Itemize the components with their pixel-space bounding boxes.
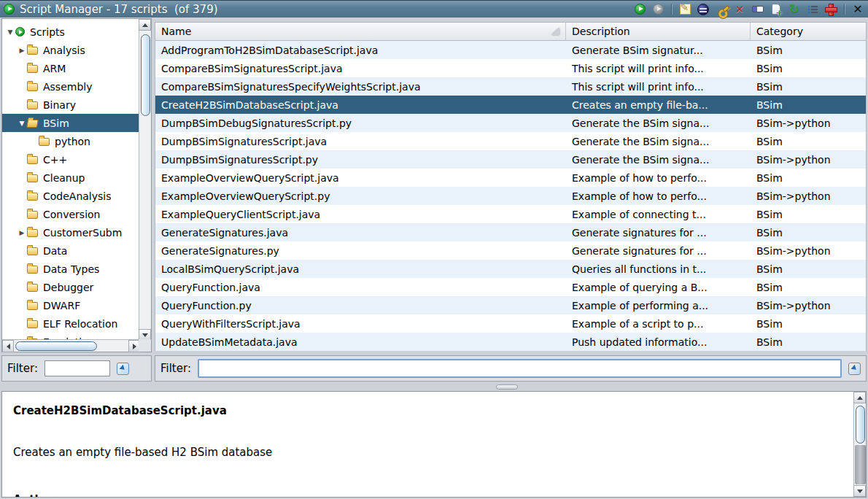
window-title: Script Manager - 17 scripts (of 379)	[20, 3, 218, 16]
column-header-name[interactable]: Name	[155, 23, 566, 40]
script-name-cell: QueryFunction.py	[155, 300, 566, 312]
toolbar-button-run-script[interactable]	[633, 3, 646, 16]
table-row[interactable]: CreateH2BSimDatabaseScript.javaCreates a…	[155, 96, 866, 114]
tree-item-label: Analysis	[38, 45, 85, 56]
table-row[interactable]: AddProgramToH2BSimDatabaseScript.javaGen…	[155, 41, 866, 59]
folder-icon	[27, 65, 38, 73]
tree-item-label: python	[50, 136, 90, 147]
toolbar-button-edit-in-eclipse[interactable]	[697, 3, 710, 16]
table-row[interactable]: DumpBSimSignaturesScript.pyGenerate the …	[155, 150, 866, 169]
tree-item-data-types[interactable]: Data Types	[2, 260, 139, 278]
tree-item-elf-relocation[interactable]: ELF Relocation	[2, 314, 139, 333]
scroll-down-button[interactable]	[853, 485, 866, 497]
folder-icon	[27, 320, 38, 328]
script-category-tree-panel: ▼Scripts▶AnalysisARMAssemblyBinary▼BSimp…	[1, 18, 152, 352]
tree-item-c[interactable]: C++	[2, 150, 139, 169]
splitter-handle[interactable]	[496, 384, 518, 390]
table-row[interactable]: LocalBSimQueryScript.javaQueries all fun…	[155, 260, 866, 278]
toolbar-button-assign-key-binding[interactable]	[715, 3, 728, 16]
collapse-arrow-icon[interactable]: ▼	[5, 28, 15, 36]
table-filter-bar: Filter:	[155, 355, 867, 382]
table-row[interactable]: DumpBSimDebugSignaturesScript.pyGenerate…	[155, 114, 866, 132]
description-vertical-scrollbar[interactable]	[853, 392, 866, 497]
table-row[interactable]: GenerateSignatures.javaGenerate signatur…	[155, 223, 866, 241]
script-name-cell: CompareBSimSignaturesSpecifyWeightsScrip…	[155, 81, 566, 93]
table-row[interactable]: UpdateBSimMetadata.javaPush updated info…	[155, 333, 866, 351]
tree-vertical-scrollbar[interactable]	[139, 19, 151, 341]
script-description-cell: Example of querying a B...	[566, 282, 751, 293]
table-row[interactable]: GenerateSignatures.pyGenerate signatures…	[155, 241, 866, 260]
tree-item-customersubm[interactable]: ▶CustomerSubm	[2, 223, 139, 241]
column-header-description[interactable]: Description	[566, 23, 751, 40]
scroll-track-shade[interactable]	[855, 445, 866, 484]
toolbar-button-delete-script[interactable]	[733, 3, 746, 16]
column-header-category[interactable]: Category	[751, 23, 866, 40]
horizontal-splitter[interactable]	[1, 382, 867, 391]
table-row[interactable]: QueryFunction.pyExample of performing a.…	[155, 296, 866, 314]
refresh-script-list-icon	[789, 2, 799, 16]
folder-icon	[39, 138, 50, 146]
table-row[interactable]: QueryWithFiltersScript.javaExample of a …	[155, 314, 866, 333]
collapse-arrow-icon[interactable]: ▼	[17, 120, 27, 127]
sort-ascending-icon	[551, 28, 559, 35]
tree-item-conversion[interactable]: Conversion	[2, 205, 139, 223]
toolbar-button-edit-script[interactable]	[678, 3, 691, 16]
assign-key-binding-icon	[712, 0, 730, 18]
script-name-cell: LocalBSimQueryScript.java	[155, 263, 566, 275]
run-last-script-icon	[653, 4, 664, 15]
tree-item-data[interactable]: Data	[2, 241, 139, 260]
tree-item-bsim[interactable]: ▼BSim	[2, 114, 139, 132]
folder-icon	[27, 284, 38, 292]
toolbar-button-close-window[interactable]	[851, 3, 864, 16]
folder-icon	[27, 229, 38, 237]
filter-options-icon[interactable]	[848, 363, 861, 375]
table-row[interactable]: QueryFunction.javaExample of querying a …	[155, 278, 866, 296]
table-row[interactable]: CompareBSimSignaturesSpecifyWeightsScrip…	[155, 77, 866, 96]
table-row[interactable]: ExampleOverviewQueryScript.pyExample of …	[155, 187, 866, 205]
scroll-left-button[interactable]	[2, 340, 14, 352]
tree-item-codeanalysis[interactable]: CodeAnalysis	[2, 187, 139, 205]
toolbar-button-script-directories[interactable]	[806, 3, 819, 16]
toolbar-button-create-new-script[interactable]	[770, 3, 783, 16]
table-row[interactable]: DumpBSimSignaturesScript.javaGenerate th…	[155, 132, 866, 150]
script-description-clipped-line: Author:	[13, 493, 60, 498]
column-header-name-label: Name	[161, 26, 191, 37]
script-name-cell: ExampleQueryClientScript.java	[155, 209, 566, 220]
tree-filter-input[interactable]	[44, 360, 110, 376]
tree-item-assembly[interactable]: Assembly	[2, 77, 139, 96]
script-description-cell: Creates an empty file-ba...	[566, 99, 751, 111]
table-row[interactable]: ExampleOverviewQueryScript.javaExample o…	[155, 169, 866, 187]
script-name-cell: UpdateBSimMetadata.java	[155, 336, 566, 348]
tree-hscroll-thumb[interactable]	[15, 341, 97, 351]
table-row[interactable]: ExampleQueryClientScript.javaExample of …	[155, 205, 866, 223]
toolbar-button-rename-script[interactable]	[751, 3, 764, 16]
tree-item-arm[interactable]: ARM	[2, 59, 139, 77]
tree-item-label: ARM	[38, 63, 66, 74]
tree-item-cleanup[interactable]: Cleanup	[2, 169, 139, 187]
edit-in-eclipse-icon	[697, 4, 709, 15]
folder-open-icon	[26, 120, 39, 128]
toolbar-button-refresh-script-list[interactable]	[788, 3, 801, 16]
tree-item-binary[interactable]: Binary	[2, 96, 139, 114]
table-row[interactable]: CompareBSimSignaturesScript.javaThis scr…	[155, 59, 866, 77]
script-description-cell: This script will print info...	[566, 63, 751, 74]
tree-item-python[interactable]: python	[2, 132, 139, 150]
filter-options-icon[interactable]	[117, 363, 129, 375]
expand-arrow-icon[interactable]: ▶	[17, 229, 27, 236]
scroll-up-button[interactable]	[853, 392, 866, 403]
tree-horizontal-scrollbar[interactable]	[2, 339, 140, 352]
tree-item-scripts[interactable]: ▼Scripts	[2, 23, 139, 41]
tree-vscroll-thumb[interactable]	[141, 34, 150, 116]
tree-item-label: Scripts	[25, 26, 65, 38]
expand-arrow-icon[interactable]: ▶	[17, 47, 27, 54]
scroll-up-button[interactable]	[139, 19, 151, 31]
tree-item-analysis[interactable]: ▶Analysis	[2, 41, 139, 59]
ghidra-api-help-icon	[825, 4, 837, 15]
tree-item-debugger[interactable]: Debugger	[2, 278, 139, 296]
table-filter-input[interactable]	[198, 359, 842, 378]
toolbar-button-run-last-script[interactable]	[651, 3, 664, 16]
toolbar-button-ghidra-api-help[interactable]	[824, 3, 837, 16]
description-vscroll-thumb[interactable]	[856, 406, 865, 444]
titlebar: Script Manager - 17 scripts (of 379)	[0, 0, 868, 18]
tree-item-dwarf[interactable]: DWARF	[2, 296, 139, 314]
